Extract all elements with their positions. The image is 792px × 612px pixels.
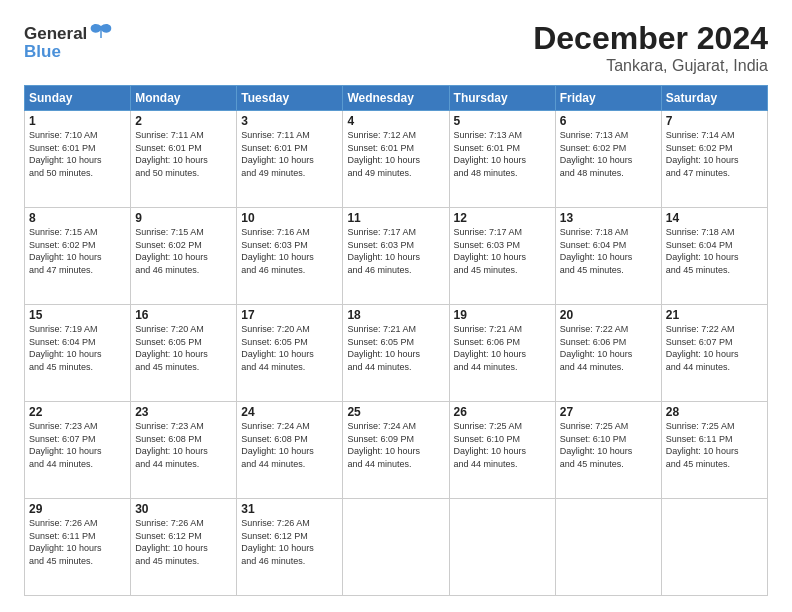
header-sunday: Sunday (25, 86, 131, 111)
calendar-cell: 23Sunrise: 7:23 AMSunset: 6:08 PMDayligh… (131, 402, 237, 499)
day-number: 4 (347, 114, 444, 128)
day-number: 21 (666, 308, 763, 322)
calendar-cell: 22Sunrise: 7:23 AMSunset: 6:07 PMDayligh… (25, 402, 131, 499)
day-number: 29 (29, 502, 126, 516)
day-number: 16 (135, 308, 232, 322)
day-number: 11 (347, 211, 444, 225)
calendar-cell: 26Sunrise: 7:25 AMSunset: 6:10 PMDayligh… (449, 402, 555, 499)
day-info: Sunrise: 7:13 AMSunset: 6:02 PMDaylight:… (560, 129, 657, 179)
calendar-cell: 3Sunrise: 7:11 AMSunset: 6:01 PMDaylight… (237, 111, 343, 208)
day-info: Sunrise: 7:25 AMSunset: 6:10 PMDaylight:… (560, 420, 657, 470)
header-friday: Friday (555, 86, 661, 111)
calendar-cell: 30Sunrise: 7:26 AMSunset: 6:12 PMDayligh… (131, 499, 237, 596)
calendar-cell: 21Sunrise: 7:22 AMSunset: 6:07 PMDayligh… (661, 305, 767, 402)
calendar-cell: 12Sunrise: 7:17 AMSunset: 6:03 PMDayligh… (449, 208, 555, 305)
calendar-cell: 7Sunrise: 7:14 AMSunset: 6:02 PMDaylight… (661, 111, 767, 208)
day-number: 22 (29, 405, 126, 419)
calendar-cell: 4Sunrise: 7:12 AMSunset: 6:01 PMDaylight… (343, 111, 449, 208)
day-number: 25 (347, 405, 444, 419)
day-number: 6 (560, 114, 657, 128)
calendar-cell: 9Sunrise: 7:15 AMSunset: 6:02 PMDaylight… (131, 208, 237, 305)
calendar-title: December 2024 (533, 20, 768, 57)
logo-blue: Blue (24, 42, 61, 62)
day-info: Sunrise: 7:21 AMSunset: 6:05 PMDaylight:… (347, 323, 444, 373)
day-info: Sunrise: 7:11 AMSunset: 6:01 PMDaylight:… (241, 129, 338, 179)
day-number: 24 (241, 405, 338, 419)
day-number: 19 (454, 308, 551, 322)
calendar-cell (555, 499, 661, 596)
calendar-cell: 16Sunrise: 7:20 AMSunset: 6:05 PMDayligh… (131, 305, 237, 402)
day-number: 3 (241, 114, 338, 128)
calendar-cell (343, 499, 449, 596)
day-info: Sunrise: 7:10 AMSunset: 6:01 PMDaylight:… (29, 129, 126, 179)
day-info: Sunrise: 7:21 AMSunset: 6:06 PMDaylight:… (454, 323, 551, 373)
day-info: Sunrise: 7:19 AMSunset: 6:04 PMDaylight:… (29, 323, 126, 373)
day-number: 14 (666, 211, 763, 225)
day-info: Sunrise: 7:15 AMSunset: 6:02 PMDaylight:… (135, 226, 232, 276)
calendar-cell: 6Sunrise: 7:13 AMSunset: 6:02 PMDaylight… (555, 111, 661, 208)
day-number: 10 (241, 211, 338, 225)
title-block: December 2024 Tankara, Gujarat, India (533, 20, 768, 75)
day-info: Sunrise: 7:11 AMSunset: 6:01 PMDaylight:… (135, 129, 232, 179)
day-number: 2 (135, 114, 232, 128)
calendar-week-row: 15Sunrise: 7:19 AMSunset: 6:04 PMDayligh… (25, 305, 768, 402)
logo-general: General (24, 24, 87, 44)
calendar-cell: 31Sunrise: 7:26 AMSunset: 6:12 PMDayligh… (237, 499, 343, 596)
day-info: Sunrise: 7:15 AMSunset: 6:02 PMDaylight:… (29, 226, 126, 276)
calendar-cell: 1Sunrise: 7:10 AMSunset: 6:01 PMDaylight… (25, 111, 131, 208)
day-info: Sunrise: 7:13 AMSunset: 6:01 PMDaylight:… (454, 129, 551, 179)
day-info: Sunrise: 7:24 AMSunset: 6:08 PMDaylight:… (241, 420, 338, 470)
calendar-week-row: 1Sunrise: 7:10 AMSunset: 6:01 PMDaylight… (25, 111, 768, 208)
day-info: Sunrise: 7:24 AMSunset: 6:09 PMDaylight:… (347, 420, 444, 470)
logo-bird-icon (87, 20, 115, 48)
calendar-cell: 13Sunrise: 7:18 AMSunset: 6:04 PMDayligh… (555, 208, 661, 305)
logo: General Blue (24, 20, 115, 62)
day-number: 28 (666, 405, 763, 419)
calendar-cell: 29Sunrise: 7:26 AMSunset: 6:11 PMDayligh… (25, 499, 131, 596)
day-info: Sunrise: 7:14 AMSunset: 6:02 PMDaylight:… (666, 129, 763, 179)
day-number: 9 (135, 211, 232, 225)
day-number: 12 (454, 211, 551, 225)
calendar-cell: 15Sunrise: 7:19 AMSunset: 6:04 PMDayligh… (25, 305, 131, 402)
day-info: Sunrise: 7:26 AMSunset: 6:11 PMDaylight:… (29, 517, 126, 567)
day-info: Sunrise: 7:25 AMSunset: 6:11 PMDaylight:… (666, 420, 763, 470)
day-number: 31 (241, 502, 338, 516)
day-info: Sunrise: 7:20 AMSunset: 6:05 PMDaylight:… (135, 323, 232, 373)
calendar-week-row: 22Sunrise: 7:23 AMSunset: 6:07 PMDayligh… (25, 402, 768, 499)
calendar-cell (449, 499, 555, 596)
day-info: Sunrise: 7:25 AMSunset: 6:10 PMDaylight:… (454, 420, 551, 470)
day-number: 5 (454, 114, 551, 128)
header-thursday: Thursday (449, 86, 555, 111)
day-number: 13 (560, 211, 657, 225)
header-wednesday: Wednesday (343, 86, 449, 111)
header-saturday: Saturday (661, 86, 767, 111)
calendar-cell: 17Sunrise: 7:20 AMSunset: 6:05 PMDayligh… (237, 305, 343, 402)
calendar-week-row: 29Sunrise: 7:26 AMSunset: 6:11 PMDayligh… (25, 499, 768, 596)
calendar-cell: 24Sunrise: 7:24 AMSunset: 6:08 PMDayligh… (237, 402, 343, 499)
day-number: 1 (29, 114, 126, 128)
day-number: 20 (560, 308, 657, 322)
day-number: 8 (29, 211, 126, 225)
day-number: 18 (347, 308, 444, 322)
day-info: Sunrise: 7:23 AMSunset: 6:07 PMDaylight:… (29, 420, 126, 470)
day-info: Sunrise: 7:22 AMSunset: 6:06 PMDaylight:… (560, 323, 657, 373)
header-tuesday: Tuesday (237, 86, 343, 111)
day-info: Sunrise: 7:26 AMSunset: 6:12 PMDaylight:… (241, 517, 338, 567)
calendar-cell: 14Sunrise: 7:18 AMSunset: 6:04 PMDayligh… (661, 208, 767, 305)
day-number: 23 (135, 405, 232, 419)
day-info: Sunrise: 7:18 AMSunset: 6:04 PMDaylight:… (666, 226, 763, 276)
calendar-cell: 8Sunrise: 7:15 AMSunset: 6:02 PMDaylight… (25, 208, 131, 305)
day-info: Sunrise: 7:23 AMSunset: 6:08 PMDaylight:… (135, 420, 232, 470)
day-info: Sunrise: 7:12 AMSunset: 6:01 PMDaylight:… (347, 129, 444, 179)
day-number: 30 (135, 502, 232, 516)
calendar-week-row: 8Sunrise: 7:15 AMSunset: 6:02 PMDaylight… (25, 208, 768, 305)
day-info: Sunrise: 7:17 AMSunset: 6:03 PMDaylight:… (347, 226, 444, 276)
calendar-cell: 25Sunrise: 7:24 AMSunset: 6:09 PMDayligh… (343, 402, 449, 499)
page: General Blue December 2024 Tankara, Guja… (0, 0, 792, 612)
day-number: 26 (454, 405, 551, 419)
day-info: Sunrise: 7:20 AMSunset: 6:05 PMDaylight:… (241, 323, 338, 373)
header-monday: Monday (131, 86, 237, 111)
calendar-cell: 28Sunrise: 7:25 AMSunset: 6:11 PMDayligh… (661, 402, 767, 499)
calendar-cell: 10Sunrise: 7:16 AMSunset: 6:03 PMDayligh… (237, 208, 343, 305)
day-info: Sunrise: 7:18 AMSunset: 6:04 PMDaylight:… (560, 226, 657, 276)
